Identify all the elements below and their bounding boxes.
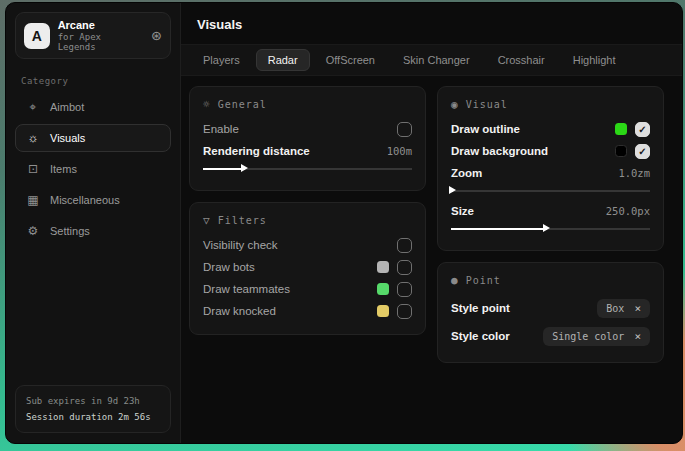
draw-outline-checkbox[interactable]: ✓ [635,122,650,137]
visibility-check-row: Visibility check [203,234,412,256]
sidebar-nav: ⌖ Aimbot ☼ Visuals ⊡ Items ▦ Miscellaneo… [15,93,171,245]
zoom-row: Zoom 1.0zm [451,162,650,184]
main-area: Visuals Players Radar OffScreen Skin Cha… [181,3,682,443]
rendering-distance-value: 100m [387,145,412,157]
enable-row: Enable [203,118,412,140]
eye-icon: ☼ [26,131,40,145]
rendering-distance-label: Rendering distance [203,145,387,157]
point-panel-title: Point [466,275,501,286]
draw-knocked-color-swatch[interactable] [377,305,389,317]
general-panel-title: General [218,99,267,110]
draw-background-checkbox[interactable]: ✓ [635,144,650,159]
filters-panel-header: ▽ Filters [203,214,412,227]
draw-bots-color-swatch[interactable] [377,261,389,273]
tab-skin-changer[interactable]: Skin Changer [391,49,482,71]
tab-players[interactable]: Players [191,49,252,71]
page-title: Visuals [197,17,666,32]
style-color-label: Style color [451,330,543,342]
session-duration-text: Session duration 2m 56s [26,409,160,425]
sidebar-item-visuals[interactable]: ☼ Visuals [15,124,171,152]
zoom-label: Zoom [451,167,618,179]
tab-radar[interactable]: Radar [256,49,310,71]
eye-icon: ◉ [451,98,458,111]
slider-thumb[interactable] [241,164,248,172]
visual-panel-title: Visual [466,99,508,110]
sub-expires-text: Sub expires in 9d 23h [26,393,160,409]
style-point-row: Style point Box × [451,294,650,322]
draw-teammates-label: Draw teammates [203,283,377,295]
close-icon[interactable]: × [634,303,641,314]
style-color-select[interactable]: Single color × [543,327,650,346]
tab-highlight[interactable]: Highlight [561,49,628,71]
general-panel-header: ☼ General [203,98,412,111]
close-icon[interactable]: × [634,331,641,342]
draw-outline-color-swatch[interactable] [615,123,627,135]
slider-track [451,190,650,192]
sidebar-item-aimbot[interactable]: ⌖ Aimbot [15,93,171,121]
dot-icon: ● [451,274,458,287]
box-icon: ⊡ [26,162,40,176]
sidebar-item-label: Visuals [50,132,85,144]
enable-checkbox[interactable] [397,122,412,137]
zoom-value: 1.0zm [618,167,650,179]
draw-knocked-row: Draw knocked [203,300,412,322]
crosshair-icon: ⌖ [26,100,40,114]
slider-fill [451,228,547,230]
sidebar-item-miscellaneous[interactable]: ▦ Miscellaneous [15,186,171,214]
right-column: ◉ Visual Draw outline ✓ Draw background … [437,86,664,363]
size-value: 250.0px [606,205,650,217]
draw-bots-row: Draw bots [203,256,412,278]
slider-thumb[interactable] [449,186,456,194]
app-title: Arcane [58,19,143,31]
draw-teammates-row: Draw teammates [203,278,412,300]
draw-background-label: Draw background [451,145,615,157]
style-point-value: Box [606,303,624,314]
draw-bots-label: Draw bots [203,261,377,273]
style-color-row: Style color Single color × [451,322,650,350]
slider-thumb[interactable] [543,224,550,232]
target-icon[interactable]: ⊛ [151,29,162,42]
left-column: ☼ General Enable Rendering distance 100m [189,86,426,363]
tab-bar: Players Radar OffScreen Skin Changer Cro… [181,44,682,76]
draw-teammates-color-swatch[interactable] [377,283,389,295]
filters-panel-title: Filters [218,215,267,226]
general-panel: ☼ General Enable Rendering distance 100m [189,86,426,191]
main-header: Visuals [181,3,682,44]
rendering-distance-slider[interactable] [203,163,412,174]
style-point-label: Style point [451,302,597,314]
grid-icon: ▦ [26,193,40,207]
zoom-slider[interactable] [451,185,650,196]
draw-background-row: Draw background ✓ [451,140,650,162]
visibility-check-label: Visibility check [203,239,397,251]
app-window: A Arcane for Apex Legends ⊛ Category ⌖ A… [5,2,683,444]
app-subtitle: for Apex Legends [58,32,143,52]
tab-crosshair[interactable]: Crosshair [486,49,557,71]
sidebar-item-label: Miscellaneous [50,194,120,206]
draw-teammates-checkbox[interactable] [397,282,412,297]
draw-outline-row: Draw outline ✓ [451,118,650,140]
content-area: ☼ General Enable Rendering distance 100m [181,76,682,443]
visual-panel: ◉ Visual Draw outline ✓ Draw background … [437,86,664,251]
app-titles: Arcane for Apex Legends [58,19,143,52]
app-logo: A [24,23,50,49]
size-label: Size [451,205,606,217]
app-header-card: A Arcane for Apex Legends ⊛ [15,12,171,59]
style-point-select[interactable]: Box × [597,299,650,318]
draw-background-color-swatch[interactable] [615,145,627,157]
visual-panel-header: ◉ Visual [451,98,650,111]
size-row: Size 250.0px [451,200,650,222]
slider-fill [451,190,453,192]
draw-outline-label: Draw outline [451,123,615,135]
style-color-value: Single color [552,331,624,342]
draw-bots-checkbox[interactable] [397,260,412,275]
size-slider[interactable] [451,223,650,234]
enable-label: Enable [203,123,397,135]
subscription-info-card: Sub expires in 9d 23h Session duration 2… [15,385,171,433]
tab-offscreen[interactable]: OffScreen [314,49,387,71]
sidebar-item-label: Aimbot [50,101,84,113]
sidebar-item-settings[interactable]: ⚙ Settings [15,217,171,245]
category-label: Category [21,76,165,86]
sidebar-item-items[interactable]: ⊡ Items [15,155,171,183]
draw-knocked-checkbox[interactable] [397,304,412,319]
visibility-check-checkbox[interactable] [397,238,412,253]
